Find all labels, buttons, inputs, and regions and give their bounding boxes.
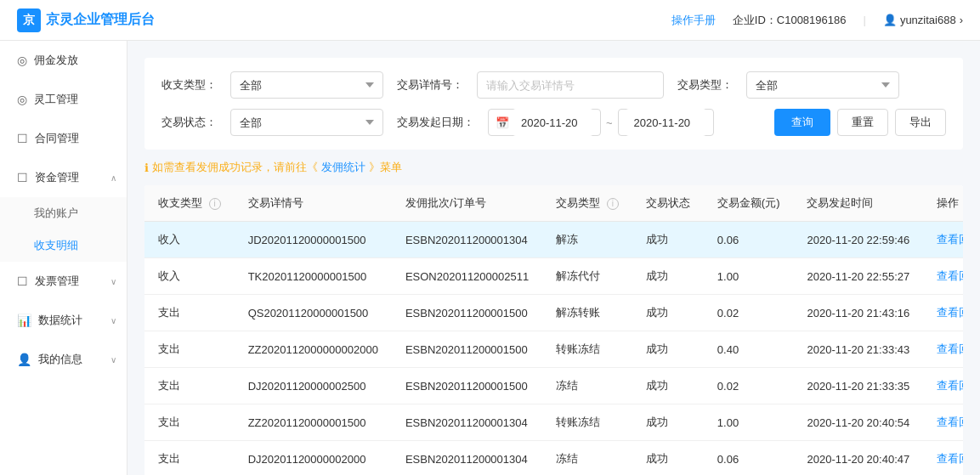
- cell-action-0: 查看回单: [923, 222, 963, 258]
- sidebar-item-myaccount[interactable]: 我的账户: [0, 197, 127, 229]
- sidebar-item-myinfo[interactable]: 👤 我的信息 ∨: [0, 340, 127, 379]
- filter-row-1: 收支类型： 全部 收入 支出 交易详情号： 交易类型： 全部 解冻 解冻代付 解…: [161, 71, 946, 99]
- view-receipt-3[interactable]: 查看回单: [937, 342, 963, 355]
- sidebar-item-fund[interactable]: ☐ 资金管理 ∧: [0, 158, 127, 197]
- table-row: 收入 TK20201120000001500 ESON2020112000025…: [144, 258, 963, 295]
- cell-batch-order-1: ESON202011200002511: [392, 258, 542, 295]
- notice-link[interactable]: 发佣统计: [321, 160, 365, 175]
- view-receipt-1[interactable]: 查看回单: [937, 269, 963, 282]
- income-type-select[interactable]: 全部 收入 支出: [230, 71, 383, 99]
- cell-batch-order-3: ESBN202011200001500: [392, 331, 542, 368]
- cell-time-4: 2020-11-20 21:33:35: [793, 368, 923, 404]
- cell-amount-3: 0.40: [704, 331, 794, 368]
- date-separator: ~: [606, 116, 613, 129]
- sidebar-item-worker[interactable]: ◎ 灵工管理: [0, 80, 127, 119]
- cell-amount-4: 0.02: [704, 368, 794, 404]
- notice-text-after: 》菜单: [369, 160, 402, 175]
- cell-status-3: 成功: [632, 331, 704, 368]
- logo-icon: 京: [17, 8, 41, 32]
- cell-trans-type-2: 解冻转账: [542, 295, 632, 331]
- reset-button[interactable]: 重置: [837, 109, 888, 136]
- table-row: 收入 JD20201120000001500 ESBN2020112000013…: [144, 222, 963, 258]
- transaction-detail-input[interactable]: [477, 71, 664, 99]
- filter-actions: 查询 重置 导出: [774, 109, 946, 136]
- export-button[interactable]: 导出: [895, 109, 946, 136]
- notice-bar: ℹ 如需查看发佣成功记录，请前往《 发佣统计 》菜单: [144, 160, 963, 175]
- type-info-icon[interactable]: i: [209, 198, 221, 210]
- cell-amount-0: 0.06: [704, 222, 794, 258]
- sidebar-item-commission[interactable]: ◎ 佣金发放: [0, 41, 127, 80]
- cell-action-6: 查看回单: [923, 441, 963, 476]
- notice-text-before: 如需查看发佣成功记录，请前往《: [152, 160, 318, 175]
- sidebar-item-stats[interactable]: 📊 数据统计 ∨: [0, 301, 127, 340]
- cell-action-1: 查看回单: [923, 258, 963, 295]
- trans-type-info-icon[interactable]: i: [607, 198, 619, 210]
- myinfo-icon: 👤: [17, 353, 31, 366]
- cell-type-1: 收入: [144, 258, 235, 295]
- col-type: 收支类型 i: [144, 185, 235, 222]
- cell-detail-no-2: QS20201120000001500: [235, 295, 392, 331]
- status-select[interactable]: 全部 成功 失败 处理中: [230, 109, 383, 136]
- table-row: 支出 QS20201120000001500 ESBN2020112000015…: [144, 295, 963, 331]
- cell-trans-type-0: 解冻: [542, 222, 632, 258]
- manual-link[interactable]: 操作手册: [671, 13, 716, 28]
- cell-detail-no-3: ZZ2020112000000002000: [235, 331, 392, 368]
- cell-action-4: 查看回单: [923, 368, 963, 404]
- view-receipt-4[interactable]: 查看回单: [937, 379, 963, 392]
- table-row: 支出 ZZ20201120000001500 ESBN2020112000013…: [144, 404, 963, 441]
- sidebar-item-transactions[interactable]: 收支明细: [0, 229, 127, 262]
- view-receipt-6[interactable]: 查看回单: [937, 452, 963, 465]
- view-receipt-2[interactable]: 查看回单: [937, 306, 963, 319]
- sidebar-item-label: 灵工管理: [34, 92, 78, 107]
- cell-status-0: 成功: [632, 222, 704, 258]
- company-id: 企业ID：C1008196186: [733, 13, 847, 28]
- header-right: 操作手册 企业ID：C1008196186 | 👤 yunzitai688 ›: [671, 13, 963, 28]
- col-detail-no: 交易详情号: [235, 185, 392, 222]
- cell-trans-type-3: 转账冻结: [542, 331, 632, 368]
- worker-icon: ◎: [17, 93, 27, 106]
- cell-status-2: 成功: [632, 295, 704, 331]
- date-range: 📅 ~: [488, 109, 714, 136]
- date-to-wrapper: [618, 109, 714, 136]
- stats-icon: 📊: [17, 314, 31, 327]
- cell-action-2: 查看回单: [923, 295, 963, 331]
- sidebar-item-label: 佣金发放: [34, 53, 78, 68]
- table-body: 收入 JD20201120000001500 ESBN2020112000013…: [144, 222, 963, 476]
- cell-trans-type-5: 转账冻结: [542, 404, 632, 441]
- layout: ◎ 佣金发放 ◎ 灵工管理 ☐ 合同管理 ☐ 资金管理 ∧ 我的账户 收支明细 …: [0, 0, 980, 475]
- cell-type-2: 支出: [144, 295, 235, 331]
- date-to-input[interactable]: [626, 109, 706, 136]
- filter-row-2: 交易状态： 全部 成功 失败 处理中 交易发起日期： 📅 ~: [161, 109, 946, 136]
- cell-amount-1: 1.00: [704, 258, 794, 295]
- table-row: 支出 ZZ2020112000000002000 ESBN20201120000…: [144, 331, 963, 368]
- chevron-right-icon: ›: [960, 14, 963, 26]
- cell-batch-order-4: ESBN202011200001500: [392, 368, 542, 404]
- col-status: 交易状态: [632, 185, 704, 222]
- sidebar-item-invoice[interactable]: ☐ 发票管理 ∨: [0, 262, 127, 301]
- fund-submenu: 我的账户 收支明细: [0, 197, 127, 262]
- sidebar-item-label: 资金管理: [35, 170, 79, 185]
- table-row: 支出 DJ20201120000002500 ESBN2020112000015…: [144, 368, 963, 404]
- chevron-down-icon3: ∨: [110, 355, 116, 365]
- cell-time-3: 2020-11-20 21:33:43: [793, 331, 923, 368]
- filter-area: 收支类型： 全部 收入 支出 交易详情号： 交易类型： 全部 解冻 解冻代付 解…: [144, 58, 963, 150]
- cell-detail-no-0: JD20201120000001500: [235, 222, 392, 258]
- transaction-type-select[interactable]: 全部 解冻 解冻代付 解冻转账 转账冻结 冻结: [746, 71, 899, 99]
- cell-type-4: 支出: [144, 368, 235, 404]
- view-receipt-5[interactable]: 查看回单: [937, 416, 963, 428]
- commission-icon: ◎: [17, 54, 27, 67]
- col-time: 交易发起时间: [793, 185, 923, 222]
- cell-detail-no-5: ZZ20201120000001500: [235, 404, 392, 441]
- user-menu[interactable]: 👤 yunzitai688 ›: [883, 14, 963, 26]
- logo-text: 京灵企业管理后台: [46, 11, 155, 29]
- cell-time-6: 2020-11-20 20:40:47: [793, 441, 923, 476]
- income-type-label: 收支类型：: [161, 77, 217, 93]
- cell-trans-type-6: 冻结: [542, 441, 632, 476]
- view-receipt-0[interactable]: 查看回单: [937, 233, 963, 246]
- col-amount: 交易金额(元): [704, 185, 794, 222]
- sidebar-item-contract[interactable]: ☐ 合同管理: [0, 119, 127, 158]
- date-from-input[interactable]: [513, 109, 593, 136]
- col-action: 操作: [923, 185, 963, 222]
- query-button[interactable]: 查询: [774, 109, 830, 136]
- date-from-wrapper: 📅: [488, 109, 601, 136]
